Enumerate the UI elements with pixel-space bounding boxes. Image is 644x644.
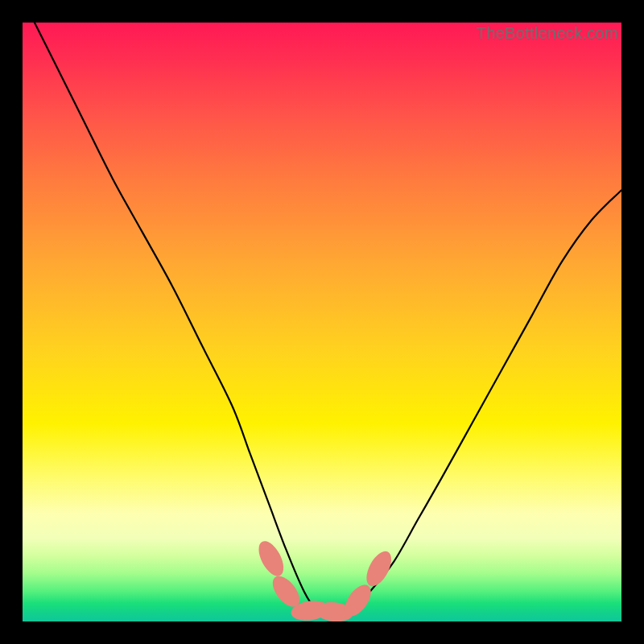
watermark-text: TheBottleneck.com [477, 24, 618, 43]
plot-area [23, 23, 621, 621]
curve-marker [361, 547, 396, 590]
bottleneck-curve [23, 23, 621, 621]
chart-frame: TheBottleneck.com [0, 0, 644, 644]
